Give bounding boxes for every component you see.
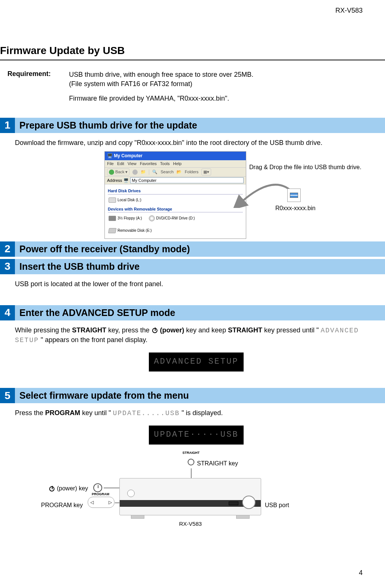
menu-tools: Tools <box>160 161 170 166</box>
step4-title: Enter the ADVANCED SETUP mode <box>15 305 385 320</box>
receiver-display-strip <box>120 500 261 507</box>
step3-header: 3 Insert the USB thumb drive <box>0 259 385 274</box>
receiver-figure: STRAIGHT STRAIGHT key (power) key PROGRA… <box>15 456 378 530</box>
step4-num: 4 <box>0 305 15 320</box>
step1-title: Prepare USB thumb drive for the update <box>15 118 385 133</box>
explorer-addressbar: Address 🖥️ <box>105 177 246 184</box>
item-localdisk: Local Disk (L:) <box>109 197 141 203</box>
step1-body: Download the firmware, unzip and copy "R… <box>0 133 385 238</box>
receiver-small-knob <box>127 490 135 497</box>
section-hdd: Hard Disk Drives <box>108 188 243 194</box>
menu-favorites: Favorites <box>140 161 157 166</box>
step3-body: USB port is located at the lower of the … <box>0 274 385 301</box>
step4-text: While pressing the STRAIGHT key, press t… <box>15 326 378 345</box>
menu-help: Help <box>173 161 182 166</box>
step4-header: 4 Enter the ADVANCED SETUP mode <box>0 305 385 320</box>
receiver-usb-port <box>229 502 238 505</box>
cd-icon <box>149 215 155 221</box>
requirement-line1: USB thumb drive, with enough free space … <box>69 71 253 88</box>
receiver-foot <box>131 515 144 519</box>
item-floppy: 3½ Floppy (A:) <box>109 215 142 221</box>
requirement-block: Requirement: USB thumb drive, with enoug… <box>0 67 385 114</box>
step3-num: 3 <box>0 259 15 274</box>
program-key-inset: ◁ ▷ PROGRAM <box>88 497 115 508</box>
item-removable: Removable Disk (E:) <box>109 228 152 233</box>
power-callout: (power) key <box>48 484 88 493</box>
drag-drop-text: Drag & Drop the file into USB thumb driv… <box>249 163 361 171</box>
back-button: Back ▾ <box>107 168 129 176</box>
power-glyph-icon <box>49 486 54 491</box>
explorer-menubar: File Edit View Favorites Tools Help <box>105 160 246 168</box>
address-input <box>130 177 244 183</box>
forward-icon <box>132 170 138 175</box>
requirement-line2: Firmware file provided by YAMAHA, "R0xxx… <box>69 94 345 103</box>
straight-key-inset: STRAIGHT <box>185 456 197 468</box>
explorer-window: 🖥️ My Computer File Edit View Favorites … <box>104 151 246 239</box>
header-model: RX-V583 <box>335 7 363 15</box>
address-label: Address <box>107 178 122 183</box>
program-small-label: PROGRAM <box>92 492 109 497</box>
step1-header: 1 Prepare USB thumb drive for the update <box>0 118 385 133</box>
receiver-volume-knob <box>242 496 256 509</box>
window-icon: 🖥️ <box>107 153 113 158</box>
view-button: ▦▾ <box>201 168 211 176</box>
explorer-toolbar: Back ▾ 📁 🔍Search 📂Folders ▦▾ <box>105 168 246 177</box>
program-right-icon: ▷ <box>109 499 112 506</box>
requirement-text: USB thumb drive, with enough free space … <box>69 70 345 104</box>
search-label: Search <box>160 169 173 175</box>
menu-edit: Edit <box>117 161 124 166</box>
item-dvd: DVD/CD-RW Drive (D:) <box>149 215 195 221</box>
usb-callout: USB port <box>265 501 289 509</box>
file-icon <box>287 189 301 202</box>
receiver-model-label: RX-V583 <box>179 520 202 528</box>
straight-circle-icon <box>188 459 194 465</box>
straight-small-label: STRAIGHT <box>182 451 200 455</box>
step2-title: Power off the receiver (Standby mode) <box>15 241 385 257</box>
folders-label: Folders <box>185 169 198 175</box>
power-button-inset <box>93 483 102 492</box>
file-label: R0xxx-xxxx.bin <box>275 204 316 212</box>
lcd-advanced-setup: ADVANCED SETUP <box>149 353 244 372</box>
back-icon <box>109 170 114 175</box>
step5-header: 5 Select firmware update from the menu <box>0 388 385 403</box>
step5-text: Press the PROGRAM key until " UPDATE....… <box>15 408 378 418</box>
up-icon: 📁 <box>141 169 146 175</box>
straight-callout: STRAIGHT key <box>197 459 238 468</box>
computer-icon: 🖥️ <box>123 178 129 183</box>
explorer-body: Hard Disk Drives Local Disk (L:) Devices… <box>105 184 246 238</box>
menu-file: File <box>107 161 114 166</box>
page-title: Firmware Update by USB <box>0 45 385 60</box>
program-left-icon: ◁ <box>90 499 94 506</box>
usb-drive-icon <box>108 228 116 233</box>
window-title: My Computer <box>114 153 143 158</box>
page-number: 4 <box>359 569 363 577</box>
step1-num: 1 <box>0 118 15 133</box>
folders-icon: 📂 <box>176 169 182 175</box>
requirement-label: Requirement: <box>7 70 67 78</box>
receiver-foot <box>236 515 250 519</box>
figure-explorer: 🖥️ My Computer File Edit View Favorites … <box>15 151 378 226</box>
step5-title: Select firmware update from the menu <box>15 388 385 403</box>
step2-num: 2 <box>0 241 15 257</box>
step5-body: Press the PROGRAM key until " UPDATE....… <box>0 403 385 539</box>
floppy-icon <box>109 216 116 221</box>
step5-num: 5 <box>0 388 15 403</box>
step3-title: Insert the USB thumb drive <box>15 259 385 274</box>
section-removable: Devices with Removable Storage <box>108 206 243 212</box>
step2-header: 2 Power off the receiver (Standby mode) <box>0 241 385 257</box>
lcd-update-usb: UPDATE·····USB <box>149 426 244 445</box>
explorer-titlebar: 🖥️ My Computer <box>105 152 246 160</box>
search-icon: 🔍 <box>152 169 157 175</box>
hdd-icon <box>109 197 116 203</box>
step1-text: Download the firmware, unzip and copy "R… <box>15 138 378 148</box>
step4-body: While pressing the STRAIGHT key, press t… <box>0 320 385 384</box>
power-icon <box>152 328 157 333</box>
receiver-body <box>119 478 261 515</box>
program-callout: PROGRAM key <box>41 501 83 509</box>
step3-text: USB port is located at the lower of the … <box>15 279 378 289</box>
menu-view: View <box>128 161 137 166</box>
